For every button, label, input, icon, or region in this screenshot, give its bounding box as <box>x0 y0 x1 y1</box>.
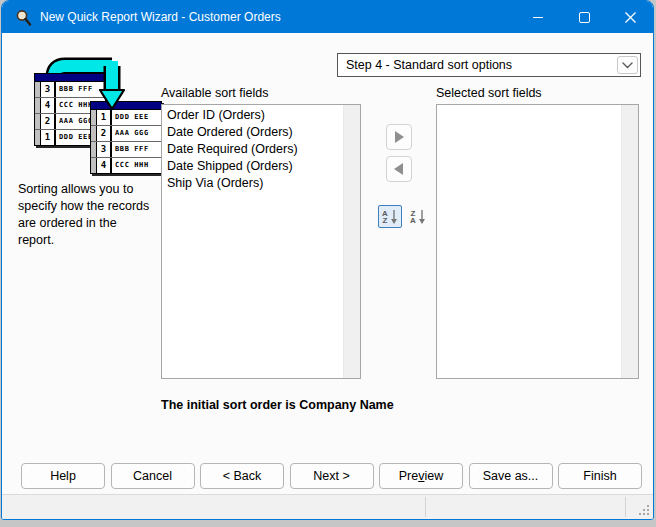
available-scrollbar[interactable] <box>343 105 360 378</box>
selected-fields-listbox[interactable] <box>436 104 639 379</box>
window-title: New Quick Report Wizard - Customer Order… <box>40 10 281 24</box>
finish-button[interactable]: Finish <box>558 463 642 489</box>
back-button[interactable]: < Back <box>200 463 284 489</box>
sorting-illustration: 3BBB FFF4CCC HHH2AAA GGG1DDD EEE 1DDD EE… <box>20 55 170 193</box>
arrow-down-icon <box>418 209 426 225</box>
selected-scrollbar[interactable] <box>621 105 638 378</box>
save-as-button[interactable]: Save as... <box>469 463 553 489</box>
titlebar[interactable]: New Quick Report Wizard - Customer Order… <box>2 1 653 33</box>
status-bar-separator <box>625 497 626 517</box>
footer-button-bar: HelpCancel< BackNext >PreviewSave as...F… <box>21 463 642 489</box>
status-bar-separator <box>425 497 426 517</box>
arrow-right-icon <box>393 130 405 144</box>
sort-descending-letters: Z A <box>410 210 416 224</box>
arrow-left-icon <box>393 162 405 176</box>
available-fields-label: Available sort fields <box>161 86 268 100</box>
step-dropdown[interactable]: Step 4 - Standard sort options <box>337 53 641 77</box>
chevron-down-icon <box>622 62 633 69</box>
next-button[interactable]: Next > <box>290 463 374 489</box>
list-item[interactable]: Order ID (Orders) <box>162 107 343 124</box>
preview-button[interactable]: Preview <box>379 463 463 489</box>
available-fields-listbox[interactable]: Order ID (Orders)Date Ordered (Orders)Da… <box>161 104 361 379</box>
close-button[interactable] <box>607 1 653 33</box>
help-button[interactable]: Help <box>21 463 105 489</box>
list-item[interactable]: Date Required (Orders) <box>162 141 343 158</box>
cancel-button[interactable]: Cancel <box>111 463 195 489</box>
maximize-icon <box>579 12 590 23</box>
status-bar <box>2 494 653 519</box>
selected-fields-items <box>437 105 621 378</box>
dropdown-button <box>617 56 638 74</box>
available-fields-items: Order ID (Orders)Date Ordered (Orders)Da… <box>162 105 343 378</box>
remove-field-button[interactable] <box>386 156 412 182</box>
initial-sort-order-note: The initial sort order is Company Name <box>161 398 394 412</box>
wizard-window: New Quick Report Wizard - Customer Order… <box>1 0 654 520</box>
close-icon <box>625 12 636 23</box>
list-item[interactable]: Date Shipped (Orders) <box>162 158 343 175</box>
sort-ascending-letters: A Z <box>382 210 388 224</box>
arrow-down-icon <box>390 209 398 225</box>
list-item[interactable]: Ship Via (Orders) <box>162 175 343 192</box>
minimize-button[interactable] <box>515 1 561 33</box>
magnifier-app-icon <box>15 9 32 26</box>
wizard-client-area: Step 4 - Standard sort options 3BBB FFF4… <box>2 33 653 497</box>
add-field-button[interactable] <box>386 124 412 150</box>
sort-ascending-toggle[interactable]: A Z <box>378 205 402 228</box>
step-description: Sorting allows you to specify how the re… <box>18 181 154 249</box>
list-item[interactable]: Date Ordered (Orders) <box>162 124 343 141</box>
window-controls <box>515 1 653 33</box>
selected-fields-label: Selected sort fields <box>436 86 542 100</box>
sort-descending-toggle[interactable]: Z A <box>406 205 430 228</box>
step-dropdown-value: Step 4 - Standard sort options <box>338 58 617 72</box>
sort-arrow-pipe-front <box>20 55 170 193</box>
minimize-icon <box>533 17 543 18</box>
maximize-button[interactable] <box>561 1 607 33</box>
resize-grip[interactable] <box>638 504 650 516</box>
